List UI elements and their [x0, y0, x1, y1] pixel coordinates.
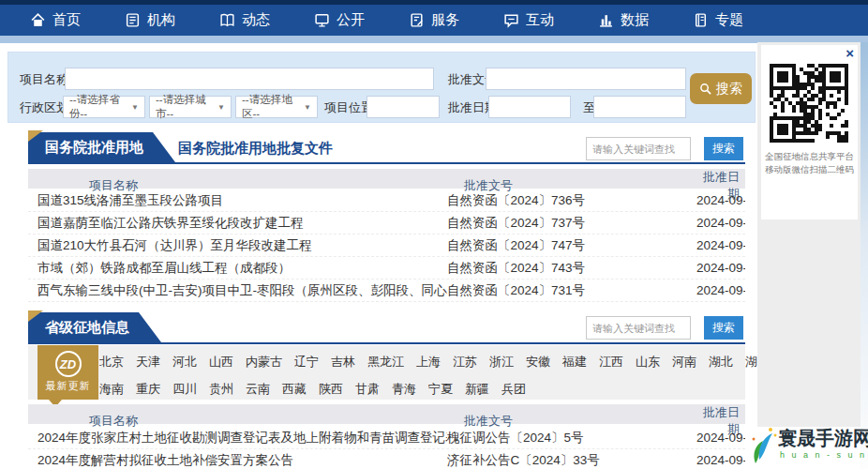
province-link[interactable]: 江西 — [599, 354, 623, 371]
main-navigation: 首页 机构 动态 公开 服务 互动 数据 专题 — [0, 5, 868, 36]
location-input[interactable] — [367, 96, 440, 118]
scrollbar[interactable] — [861, 42, 868, 469]
tab-state-council-land[interactable]: 国务院批准用地 — [28, 132, 175, 162]
date-to-input[interactable] — [593, 96, 686, 118]
provincial-search-button[interactable]: 搜索 — [704, 316, 743, 340]
region-label: 行政区划 — [20, 99, 68, 116]
nav-item-news[interactable]: 动态 — [219, 11, 314, 29]
site-logo-icon — [750, 426, 778, 465]
province-link[interactable]: 青海 — [392, 381, 416, 398]
approval-no-cell: 自然资函〔2024〕736号 — [447, 192, 696, 209]
nav-label: 机构 — [147, 11, 175, 29]
table-row[interactable]: 2024年度张家庄村土地征收勘测调查登记表及地上附着物和青苗调查登记表 槐征调公… — [28, 427, 745, 449]
province-link[interactable]: 兵团 — [501, 381, 526, 398]
nav-item-interact[interactable]: 互动 — [503, 11, 598, 29]
nav-label: 专题 — [715, 11, 743, 29]
qr-caption-line2: 移动版微信扫描二维码 — [761, 163, 858, 176]
province-link[interactable]: 安徽 — [526, 354, 550, 371]
approval-no-cell: 自然资函〔2024〕737号 — [447, 215, 696, 232]
project-name-cell: 国道315线洛浦至墨玉段公路项目 — [28, 192, 447, 209]
qr-caption-line1: 全国征地信息共享平台 — [761, 150, 858, 163]
table-row[interactable]: 2024年度解营村拟征收土地补偿安置方案公告 济征补公告C〔2024〕33号 2… — [28, 449, 745, 469]
tab-approval-documents[interactable]: 国务院批准用地批复文件 — [178, 140, 333, 158]
watermark-site-name: 寰晟手游网 — [778, 426, 868, 451]
province-link[interactable]: 北京 — [99, 354, 124, 371]
state-council-search-button[interactable]: 搜索 — [704, 137, 743, 160]
nav-item-open[interactable]: 公开 — [314, 11, 409, 29]
province-link[interactable]: 海南 — [99, 381, 124, 398]
org-icon — [125, 12, 141, 28]
bar-chart-icon — [598, 12, 614, 28]
province-filter-panel: 北京天津河北山西内蒙古辽宁吉林黑龙江上海江苏浙江安徽福建江西山东河南湖北湖南广东… — [28, 345, 745, 400]
state-council-table-header: 项目名称 批准文号 批准日期 — [28, 169, 745, 189]
province-link[interactable]: 云南 — [246, 381, 270, 398]
chat-icon — [503, 12, 519, 28]
nav-item-home[interactable]: 首页 — [30, 11, 125, 29]
journal-icon — [693, 12, 709, 28]
province-link[interactable]: 贵州 — [209, 381, 233, 398]
province-link[interactable]: 河南 — [672, 354, 696, 371]
table-row[interactable]: 国道嘉荫至临江公路庆铁界至绥化段改扩建工程 自然资函〔2024〕737号 202… — [28, 212, 745, 234]
province-link[interactable]: 西藏 — [282, 381, 307, 398]
approval-no-input[interactable] — [486, 68, 686, 90]
table-row[interactable]: 市域（郊）铁路成都至眉山线工程（成都段） 自然资函〔2024〕743号 2024… — [28, 257, 745, 280]
province-link[interactable]: 宁夏 — [428, 381, 453, 398]
province-link[interactable]: 辽宁 — [294, 354, 319, 371]
province-row-1: 北京天津河北山西内蒙古辽宁吉林黑龙江上海江苏浙江安徽福建江西山东河南湖北湖南广东… — [99, 351, 740, 372]
nav-item-topics[interactable]: 专题 — [693, 11, 787, 29]
date-from-input[interactable] — [488, 96, 571, 118]
zd-logo: ZD — [55, 351, 82, 377]
province-select[interactable]: --请选择省份--▼ — [63, 96, 145, 118]
table-row[interactable]: 国道210大竹县石河（达川界）至月华段改建工程 自然资函〔2024〕747号 2… — [28, 234, 745, 257]
approval-date-cell: 2024-09-2 — [696, 431, 745, 445]
province-link[interactable]: 黑龙江 — [367, 354, 404, 371]
city-select[interactable]: --请选择城市--▼ — [149, 96, 232, 118]
form-search-button[interactable]: 搜索 — [690, 73, 752, 104]
watermark-site-url: h u a n - s u n . c o m — [780, 450, 868, 460]
province-link[interactable]: 江苏 — [453, 354, 477, 371]
tab-provincial-land-info[interactable]: 省级征地信息 — [28, 312, 161, 342]
project-name-cell: 2024年度解营村拟征收土地补偿安置方案公告 — [28, 452, 447, 469]
nav-item-data[interactable]: 数据 — [598, 11, 693, 29]
province-link[interactable]: 浙江 — [489, 354, 514, 371]
province-link[interactable]: 上海 — [416, 354, 441, 371]
province-link[interactable]: 重庆 — [136, 381, 160, 398]
latest-update-badge: ZD 最新更新 — [37, 345, 98, 400]
nav-label: 服务 — [431, 11, 459, 29]
nav-label: 互动 — [526, 11, 554, 29]
province-row-2: 海南重庆四川贵州云南西藏陕西甘肃青海宁夏新疆兵团 — [99, 378, 740, 400]
table-row[interactable]: 国道315线洛浦至墨玉段公路项目 自然资函〔2024〕736号 2024-09-… — [28, 189, 745, 212]
province-link[interactable]: 甘肃 — [355, 381, 380, 398]
province-link[interactable]: 湖北 — [709, 354, 733, 371]
district-select[interactable]: --请选择地区--▼ — [235, 96, 318, 118]
province-link[interactable]: 内蒙古 — [246, 354, 282, 371]
approval-date-cell: 2024-09-19 — [696, 283, 745, 297]
project-name-label: 项目名称 — [20, 71, 68, 88]
approval-no-cell: 槐征调公告〔2024〕5号 — [447, 430, 696, 446]
nav-label: 数据 — [621, 11, 649, 29]
province-link[interactable]: 新疆 — [465, 381, 489, 398]
province-link[interactable]: 福建 — [562, 354, 587, 371]
province-link[interactable]: 河北 — [172, 354, 197, 371]
province-link[interactable]: 陕西 — [319, 381, 343, 398]
nav-bottom-strip — [0, 36, 868, 43]
project-name-cell: 西气东输三线中段(中卫-吉安)项目中卫-枣阳段（原州区段、彭阳段、同心段） — [28, 282, 447, 299]
news-icon — [219, 12, 235, 28]
nav-item-org[interactable]: 机构 — [125, 11, 219, 29]
nav-item-service[interactable]: 服务 — [409, 11, 503, 29]
table-row[interactable]: 西气东输三线中段(中卫-吉安)项目中卫-枣阳段（原州区段、彭阳段、同心段） 自然… — [28, 280, 745, 302]
chevron-down-icon: ▼ — [131, 103, 139, 112]
province-link[interactable]: 山西 — [209, 354, 233, 371]
close-icon[interactable]: × — [846, 46, 854, 61]
approval-date-cell: 2024-09-19 — [696, 238, 745, 252]
project-name-input[interactable] — [65, 68, 434, 90]
province-link[interactable]: 吉林 — [331, 354, 355, 371]
qr-panel: × 全国征地信息共享平台 移动版微信扫描二维码 — [761, 45, 858, 219]
province-link[interactable]: 天津 — [136, 354, 160, 371]
approval-date-cell: 2024-09-19 — [696, 193, 745, 207]
provincial-keyword-input[interactable] — [586, 316, 691, 340]
state-council-keyword-input[interactable] — [586, 137, 691, 160]
province-link[interactable]: 山东 — [636, 354, 660, 371]
province-link[interactable]: 四川 — [172, 381, 197, 398]
provincial-table-header: 项目名称 批准文号 批准日期 — [28, 404, 745, 424]
